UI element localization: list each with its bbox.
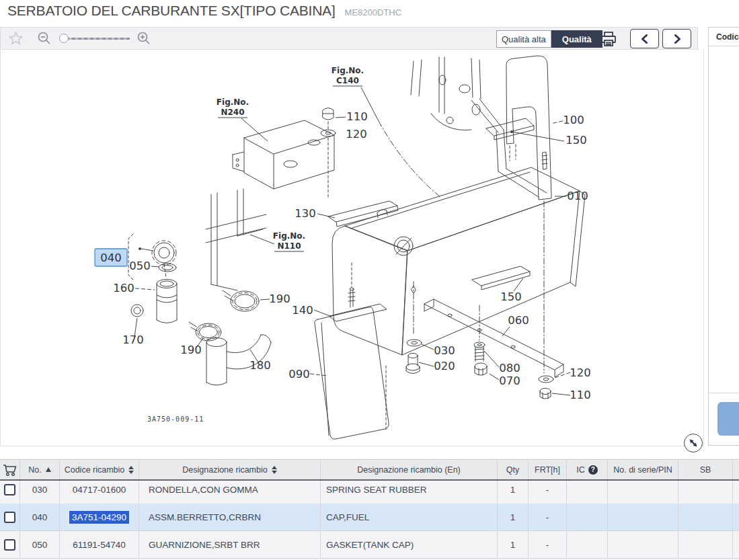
part-callout-100-2[interactable]: 100: [563, 114, 584, 126]
cell-description: GUARNIZIONE,SRBT BRR: [139, 531, 321, 558]
part-callout-190-10[interactable]: 190: [180, 344, 202, 356]
sort-asc-icon: [46, 467, 51, 472]
part-callout-130-5[interactable]: 130: [295, 207, 316, 220]
part-callout-160-8[interactable]: 160: [113, 282, 134, 294]
zoom-slider-handle[interactable]: [59, 34, 69, 43]
model-code: ME8200DTHC: [345, 7, 402, 17]
part-callout-110-22[interactable]: 110: [570, 389, 591, 401]
leader-line: [551, 121, 563, 124]
part-callout-110-0[interactable]: 110: [346, 110, 368, 123]
next-page-button[interactable]: [662, 29, 691, 48]
part-callout-070-20[interactable]: 070: [499, 374, 520, 387]
header-no[interactable]: No.: [20, 460, 60, 479]
cell-part-code[interactable]: 61191-54740: [60, 531, 139, 558]
cell-description-en: SPRING SEAT RUBBER: [321, 481, 498, 504]
title-bar: SERBATOIO DEL CARBURANTE SX[TIPO CABINA]…: [7, 3, 401, 24]
cell-frt: -: [529, 481, 567, 504]
row-checkbox[interactable]: [4, 512, 15, 523]
cell-part-code[interactable]: 04717-01600: [60, 481, 139, 504]
fig-ref-N110[interactable]: N110: [277, 241, 301, 251]
part-callout-020-16[interactable]: 020: [434, 360, 455, 372]
part-callout-140-13[interactable]: 140: [292, 304, 313, 317]
leader-line: [260, 299, 270, 300]
quality-button[interactable]: Qualità: [551, 30, 602, 48]
part-callout-190-12[interactable]: 190: [269, 292, 290, 305]
row-checkbox[interactable]: [4, 484, 15, 495]
cell-description-en: GASKET(TANK CAP): [321, 531, 498, 558]
cell-sb: [678, 531, 733, 558]
cell-no: 030: [20, 481, 60, 504]
fig-ref-prefix: Fig.No.: [273, 231, 305, 241]
part-callout-180-11[interactable]: 180: [249, 359, 271, 372]
zoom-in-icon[interactable]: [137, 31, 151, 46]
expand-diagram-icon[interactable]: [684, 434, 703, 452]
header-ic-label: IC: [576, 465, 585, 475]
cell-description: ASSM.BERRETTO,CRBRN: [139, 504, 321, 530]
cell-description-en: CAP,FUEL: [321, 504, 498, 530]
cell-qty: 1: [498, 481, 529, 504]
cell-no: 050: [20, 531, 60, 558]
fig-ref-prefix: Fig.No.: [332, 66, 364, 75]
table-row-selected[interactable]: 040 3A751-04290 ASSM.BERRETTO,CRBRN CAP,…: [0, 504, 739, 531]
cell-description: RONDELLA,CON GOMMA: [139, 481, 321, 504]
header-part-code[interactable]: Codice ricambio: [60, 460, 139, 479]
header-sb-label: SB: [700, 465, 711, 475]
part-callout-060-18[interactable]: 060: [508, 314, 529, 327]
fig-ref-C140[interactable]: C140: [336, 76, 359, 85]
part-callout-040-6[interactable]: 040: [100, 251, 122, 264]
cell-ic: [567, 531, 608, 558]
part-callout-120-21[interactable]: 120: [570, 366, 591, 379]
header-description-en: Designazione ricambio (En): [321, 460, 498, 479]
table-row: 050 61191-54740 GUARNIZIONE,SRBT BRR GAS…: [0, 531, 739, 559]
leader-line: [250, 235, 274, 244]
part-callout-080-19[interactable]: 080: [499, 362, 520, 374]
header-part-code-label: Codice ricambio: [65, 465, 125, 475]
cell-sb: [678, 481, 733, 504]
header-description[interactable]: Designazione ricambio: [139, 460, 321, 479]
row-checkbox[interactable]: [4, 539, 15, 551]
part-callout-150-17[interactable]: 150: [500, 290, 522, 303]
leader-line: [512, 132, 564, 141]
ic-help-icon[interactable]: ?: [588, 465, 598, 475]
leader-line: [422, 344, 434, 350]
header-serial: No. di serie/PIN: [608, 460, 678, 479]
leader-line: [151, 266, 159, 267]
part-callout-090-14[interactable]: 090: [288, 368, 310, 381]
cart-icon: [3, 463, 17, 477]
diagram-toolbar: Qualità alta Qualità: [0, 27, 698, 50]
part-callout-150-3[interactable]: 150: [566, 134, 587, 147]
panel-action-button[interactable]: [717, 402, 739, 436]
fig-ref-N240[interactable]: N240: [221, 108, 244, 117]
cell-qty: 1: [498, 531, 529, 558]
selected-part-code[interactable]: 3A751-04290: [69, 511, 129, 524]
header-qty-label: Qty: [506, 465, 519, 475]
favorite-star-icon[interactable]: [8, 31, 24, 46]
quality-toggle: Qualità alta Qualità: [496, 30, 602, 48]
part-callout-120-1[interactable]: 120: [346, 128, 367, 141]
quality-high-button[interactable]: Qualità alta: [496, 30, 551, 48]
zoom-out-icon[interactable]: [37, 31, 52, 46]
zoom-slider[interactable]: [60, 34, 130, 43]
table-row: 030 04717-01600 RONDELLA,CON GOMMA SPRIN…: [0, 481, 739, 504]
header-ic: IC ?: [567, 460, 608, 479]
part-callout-030-15[interactable]: 030: [434, 344, 455, 357]
table-header-row: No. Codice ricambio Designazione ricambi…: [0, 460, 739, 481]
parts-table: No. Codice ricambio Designazione ricambi…: [0, 459, 739, 560]
part-callout-050-7[interactable]: 050: [129, 259, 151, 272]
header-frt-label: FRT[h]: [535, 465, 560, 475]
cell-frt: -: [529, 531, 567, 558]
sort-both-icon: [128, 466, 134, 474]
leader-line: [502, 327, 510, 336]
print-icon[interactable]: [599, 30, 618, 48]
cell-serial: [608, 481, 678, 504]
part-callout-170-9[interactable]: 170: [122, 333, 144, 346]
previous-page-button[interactable]: [630, 29, 659, 48]
header-serial-label: No. di serie/PIN: [613, 465, 672, 475]
cell-ic: [567, 481, 608, 504]
code-panel-header: Codice: [709, 28, 739, 46]
header-description-label: Designazione ricambio: [182, 465, 267, 475]
cell-frt: -: [529, 504, 567, 530]
diagram-canvas[interactable]: 1101201001500101300400501601701901801901…: [0, 50, 704, 446]
zoom-slider-track[interactable]: [60, 38, 130, 40]
part-callout-010-4[interactable]: 010: [567, 190, 588, 202]
